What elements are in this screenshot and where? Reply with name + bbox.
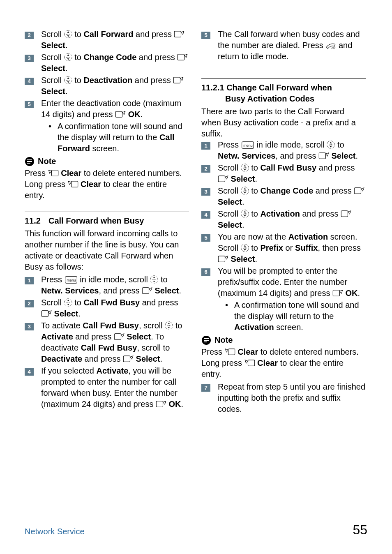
- text: Scroll: [41, 53, 64, 62]
- page-footer: Network Service 55: [25, 522, 367, 538]
- step-number: 2: [25, 300, 34, 307]
- step-2r: 2 Scroll to Call Fwd Busy and press Sele…: [201, 162, 366, 185]
- step-3: 3 Scroll to Change Code and press Select…: [25, 52, 189, 74]
- softkey-label: Select: [231, 254, 255, 263]
- paragraph: There are two parts to the Call Forward …: [201, 106, 366, 139]
- text: Scroll: [218, 163, 241, 172]
- text: and press: [73, 332, 114, 341]
- text: Press: [201, 347, 225, 356]
- text: , and press: [275, 151, 318, 160]
- step-5x: 5 You are now at the Activation screen. …: [201, 231, 366, 265]
- menu-item: Change Code: [260, 186, 313, 195]
- menu-item: Activate: [41, 332, 73, 341]
- softkey-left-icon: [114, 333, 125, 341]
- paragraph: This function will forward incoming call…: [25, 228, 189, 272]
- section-rule: [201, 78, 366, 79]
- menu-item: Netw. Services: [218, 151, 275, 160]
- softkey-label: Select: [41, 64, 65, 73]
- text: You are now at the: [218, 232, 288, 241]
- text: to: [249, 186, 261, 195]
- note-heading: Note: [25, 156, 189, 167]
- text: to: [249, 163, 261, 172]
- nav-icon: [241, 164, 249, 172]
- page-columns: 2 Scroll to Call Forward and press Selec…: [25, 29, 367, 416]
- section-title-line1: 11.2.1 Change Call Forward when: [201, 82, 366, 93]
- softkey-label: Select: [136, 354, 160, 363]
- menu-item: Deactivation: [83, 76, 132, 85]
- text: in idle mode, scroll: [78, 275, 150, 284]
- text: A confirmation tone will sound and the d…: [234, 300, 359, 321]
- softkey-label: Clear: [61, 169, 81, 178]
- step-7r: 7 Repeat from step 5 until you are finis…: [201, 381, 366, 415]
- menu-item: Prefix: [260, 243, 283, 252]
- softkey-label: Select: [231, 174, 255, 183]
- section-heading-11-2-1: 11.2.1 Change Call Forward when Busy Act…: [201, 82, 366, 104]
- softkey-left-icon: [318, 152, 329, 160]
- nav-icon: [241, 187, 249, 195]
- menu-item: Deactivate: [41, 354, 82, 363]
- left-column: 2 Scroll to Call Forward and press Selec…: [25, 29, 189, 416]
- step-1r: 1 Press in idle mode, scroll to Netw. Se…: [201, 139, 366, 162]
- softkey-label: Select: [155, 286, 179, 295]
- nav-icon: [64, 76, 72, 84]
- text: screen.: [274, 323, 303, 332]
- text: Press: [25, 169, 48, 178]
- step-4b: 4 If you selected Activate, you will be …: [25, 365, 189, 410]
- text: Scroll: [41, 298, 64, 307]
- nav-icon: [150, 275, 158, 284]
- menu-item: Call Forward: [83, 30, 133, 39]
- step-number: 3: [25, 55, 34, 62]
- text: to: [158, 275, 167, 284]
- step-number: 1: [25, 277, 34, 284]
- step-4: 4 Scroll to Deactivation and press Selec…: [25, 75, 189, 97]
- nav-icon: [64, 53, 72, 61]
- step-3r: 3 Scroll to Change Code and press Select…: [201, 185, 366, 208]
- text: , then press: [318, 243, 361, 252]
- nav-icon: [165, 321, 173, 330]
- nav-icon: [241, 210, 249, 218]
- step-3b: 3 To activate Call Fwd Busy, scroll to A…: [25, 320, 189, 365]
- note-label: Note: [38, 156, 56, 167]
- screen-name: Activation: [234, 323, 274, 332]
- menu-key-icon: [65, 276, 78, 284]
- softkey-right-icon: [68, 181, 78, 188]
- softkey-left-icon: [41, 310, 52, 318]
- menu-item: Activate: [97, 366, 129, 375]
- softkey-label: Select: [41, 87, 65, 96]
- text: to: [72, 298, 84, 307]
- step-number: 2: [25, 32, 34, 39]
- text: and press: [134, 30, 174, 39]
- text: Press: [41, 275, 65, 284]
- text: and press: [132, 76, 173, 85]
- text: to: [249, 209, 261, 218]
- footer-section-name: Network Service: [25, 527, 85, 536]
- note-body: Press Clear to delete entered numbers. L…: [201, 346, 366, 380]
- nav-icon: [327, 141, 335, 149]
- menu-item: Call Fwd Busy: [260, 163, 316, 172]
- step-4r: 4 Scroll to Activation and press Select.: [201, 208, 366, 231]
- step-number: 5: [25, 101, 34, 108]
- softkey-label: OK: [128, 110, 141, 119]
- step-number: 6: [201, 268, 210, 276]
- menu-item: Activation: [260, 209, 300, 218]
- softkey-left-icon: [354, 187, 364, 195]
- step-number: 4: [201, 211, 210, 219]
- text: , scroll: [139, 321, 165, 330]
- text: to: [72, 53, 84, 62]
- step-number: 5: [201, 32, 210, 39]
- footer-page-number: 55: [353, 522, 367, 538]
- softkey-left-icon: [174, 31, 184, 38]
- menu-item: Call Fwd Busy: [81, 343, 137, 352]
- step-1: 1 Press in idle mode, scroll to Netw. Se…: [25, 274, 189, 296]
- end-key-icon: [325, 42, 336, 49]
- softkey-left-icon: [142, 287, 152, 295]
- text: to: [335, 140, 344, 149]
- text: to: [72, 76, 84, 85]
- text: You will be prompted to enter the prefix…: [218, 266, 347, 298]
- text: and press: [140, 298, 178, 307]
- step-2: 2 Scroll to Call Forward and press Selec…: [25, 29, 189, 51]
- step-2b: 2 Scroll to Call Fwd Busy and press Sele…: [25, 297, 189, 319]
- text: in idle mode, scroll: [254, 140, 327, 149]
- text: If you selected: [41, 366, 97, 375]
- menu-item: Netw. Services: [41, 286, 99, 295]
